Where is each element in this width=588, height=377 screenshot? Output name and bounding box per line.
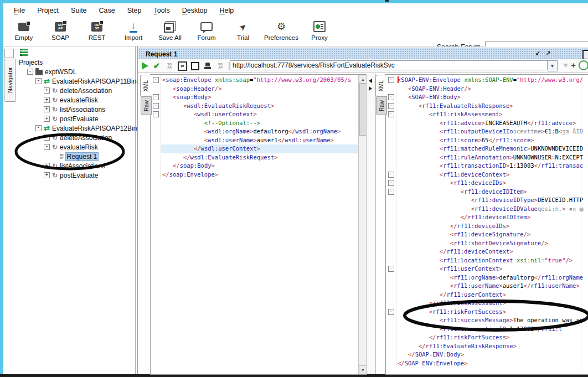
collapse-node-icon[interactable]: - bbox=[35, 78, 42, 84]
help-icon[interactable] bbox=[579, 60, 588, 70]
code-line[interactable]: <rf11:userName>auser1</rf11:userName> bbox=[396, 282, 588, 291]
code-line[interactable]: <rf11:score>65</rf11:score> bbox=[396, 136, 588, 145]
code-line[interactable]: <wsdl:userName>auser1</wsdl:userName> bbox=[161, 136, 359, 145]
code-line[interactable]: <soap:Body> bbox=[161, 93, 359, 102]
code-line[interactable]: <soap:Envelope xmlns:soap="http://www.w3… bbox=[161, 76, 359, 85]
collapse-node-icon[interactable]: - bbox=[44, 144, 50, 150]
code-line[interactable]: <rf11:transactionID>1:13003</rf11:transa… bbox=[396, 162, 588, 171]
cancel-request-icon[interactable] bbox=[191, 62, 199, 70]
add-to-mockservice-icon[interactable] bbox=[203, 61, 212, 70]
endpoint-url-input[interactable] bbox=[230, 60, 548, 70]
float-window-icon[interactable]: ↗ bbox=[544, 50, 552, 58]
soap-action-icon[interactable]: SO AP bbox=[165, 61, 174, 70]
unfloat-window-icon[interactable]: ↙ bbox=[534, 50, 541, 58]
toolbar-preferences-button[interactable]: ⚙Preferences bbox=[261, 18, 301, 41]
collapse-right-icon[interactable] bbox=[369, 86, 372, 91]
code-line[interactable]: </SOAP-ENV:Body> bbox=[396, 350, 588, 359]
tree-item-listassociations[interactable]: +↻listAssociations bbox=[16, 161, 135, 171]
code-line[interactable]: <rf11:deviceIDType>DEVICEID.HTTP bbox=[396, 196, 588, 205]
code-line[interactable]: </rf11:riskAssessment> bbox=[396, 299, 588, 308]
menu-tools[interactable]: Tools bbox=[147, 6, 176, 16]
fold-toggle-icon[interactable]: - bbox=[388, 111, 394, 117]
expand-node-icon[interactable]: + bbox=[44, 97, 50, 103]
tab-request-xml[interactable]: XML bbox=[140, 75, 152, 97]
tab-request-raw[interactable]: Raw bbox=[141, 96, 152, 115]
menu-project[interactable]: Project bbox=[31, 6, 65, 16]
fold-toggle-icon[interactable]: - bbox=[153, 111, 159, 117]
code-line[interactable]: <wsdl:userContext> bbox=[161, 110, 359, 119]
editor-splitter[interactable] bbox=[366, 74, 376, 374]
fold-toggle-icon[interactable]: - bbox=[153, 103, 159, 109]
collapse-left-icon[interactable] bbox=[369, 79, 372, 83]
toolbar-rest-button[interactable]: RE STREST bbox=[79, 18, 115, 41]
tab-response-raw[interactable]: Raw bbox=[376, 96, 387, 115]
code-line[interactable]: <rf11:advice>INCREASEAUTH</rf11:advice> bbox=[396, 119, 588, 128]
code-line[interactable]: <rf11:deviceContext> bbox=[396, 171, 588, 179]
menu-desktop[interactable]: Desktop bbox=[176, 6, 214, 16]
tree-item-deleteassociation[interactable]: +↻deleteAssociation bbox=[16, 133, 135, 142]
expand-node-icon[interactable]: + bbox=[44, 135, 50, 141]
tree-item-evaluaterisk[interactable]: +↻evaluateRisk bbox=[16, 95, 135, 105]
code-line[interactable]: </wsdl:EvaluateRiskRequest> bbox=[161, 153, 359, 162]
tree-item-deleteassociation[interactable]: +↻deleteAssociation bbox=[16, 86, 135, 95]
expand-node-icon[interactable]: + bbox=[44, 87, 50, 94]
soap-headers-icon[interactable]: SO AP bbox=[216, 61, 225, 70]
collapse-node-icon[interactable]: - bbox=[27, 69, 33, 75]
code-line[interactable]: <rf11:deviceIDItem> bbox=[396, 188, 588, 197]
tree-item-evaluaterisk[interactable]: -↻evaluateRisk bbox=[16, 142, 135, 152]
code-line[interactable]: <rf11:orgName>defaultorg</rf11:orgName bbox=[396, 273, 588, 282]
fold-toggle-icon[interactable]: - bbox=[153, 77, 159, 83]
code-line[interactable]: </rf11:EvaluateRiskResponse> bbox=[396, 342, 588, 351]
code-line[interactable]: <!--Optional:--> bbox=[161, 119, 359, 128]
tree-item-request-1[interactable]: SO APRequest 1 bbox=[16, 152, 135, 161]
fold-toggle-icon[interactable]: - bbox=[388, 189, 394, 195]
code-line[interactable]: </soap:Body> bbox=[161, 162, 359, 171]
recreate-request-icon[interactable]: ⇄ bbox=[178, 61, 187, 71]
fold-toggle-icon[interactable]: - bbox=[388, 180, 394, 186]
expand-node-icon[interactable]: + bbox=[44, 106, 50, 112]
code-line[interactable]: <SOAP-ENV:Envelope xmlns:SOAP-ENV="http:… bbox=[396, 76, 588, 85]
fold-toggle-icon[interactable]: - bbox=[153, 94, 159, 100]
toolbar-soap-button[interactable]: SO APSOAP bbox=[42, 18, 79, 41]
code-line[interactable]: <rf11:deviceIDs> bbox=[396, 179, 588, 188]
menu-step[interactable]: Step bbox=[121, 6, 148, 16]
toolbar-save-all-button[interactable]: Save All bbox=[152, 18, 188, 41]
code-line[interactable]: <rf11:outputDeviceIIoɔcexttme>€1:B<ʒm ÅI… bbox=[396, 127, 588, 136]
tree-item-evaluateriskapisoap11bindir[interactable]: -⇄EvaluateRiskAPISOAP11Bindir bbox=[16, 76, 135, 86]
menu-file[interactable]: File bbox=[8, 6, 31, 16]
code-line[interactable]: <rf11:ruleAnnotation>UNKNOWNUSER=N;EXCEP… bbox=[396, 153, 588, 162]
toolbar-trial-button[interactable]: ➤Trial bbox=[225, 18, 261, 41]
toolbar-proxy-button[interactable]: Proxy bbox=[301, 18, 338, 41]
tab-response-xml[interactable]: XML bbox=[375, 75, 387, 97]
code-line[interactable]: </rf11:deviceIDItem> bbox=[396, 213, 588, 222]
menu-suite[interactable]: Suite bbox=[65, 6, 93, 16]
code-line[interactable]: <rf11:riskFortSuccess> bbox=[396, 308, 588, 317]
fold-toggle-icon[interactable]: - bbox=[388, 103, 394, 109]
tree-item-postevaluate[interactable]: +↻postEvaluate bbox=[16, 171, 135, 180]
menu-help[interactable]: Help bbox=[214, 6, 240, 16]
partial-window-icon[interactable] bbox=[582, 50, 588, 60]
code-line[interactable]: </SOAP-ENV:Envelope> bbox=[396, 359, 588, 368]
expand-node-icon[interactable]: + bbox=[44, 163, 50, 169]
menu-case[interactable]: Case bbox=[93, 6, 121, 16]
tree-view-icon[interactable] bbox=[20, 49, 28, 56]
code-line[interactable]: </rf11:deviceIDs> bbox=[396, 222, 588, 231]
toolbar-empty-button[interactable]: Empty bbox=[6, 18, 42, 41]
toolbar-import-button[interactable]: ↓Import bbox=[115, 18, 152, 41]
submit-async-icon[interactable]: ✔ bbox=[152, 61, 161, 70]
request-window-titlebar[interactable]: Request 1 ↙↗ bbox=[138, 48, 588, 60]
fold-toggle-icon[interactable]: - bbox=[388, 172, 394, 178]
fold-toggle-icon[interactable]: - bbox=[388, 266, 394, 272]
panel-collapse-button[interactable] bbox=[4, 49, 14, 58]
code-line[interactable]: <rf11:riskAssessment> bbox=[396, 110, 588, 119]
code-line[interactable]: <soap:Header/> bbox=[161, 85, 359, 94]
code-line[interactable]: </rf11:userContext> bbox=[396, 291, 588, 299]
code-line[interactable]: <rf11:successMessage>The operation was s… bbox=[396, 316, 588, 325]
code-line[interactable]: </wsdl:userContext> bbox=[161, 144, 359, 153]
submit-request-icon[interactable] bbox=[142, 62, 148, 70]
code-line[interactable]: <rf11:matchedRuleMnemonic>UNKNOWNDEVICEI… bbox=[396, 144, 588, 153]
code-line[interactable]: <rf11:EvaluateRiskResponse> bbox=[396, 102, 588, 111]
code-line[interactable]: <rf11:deviceSignature/> bbox=[396, 230, 588, 239]
expand-node-icon[interactable]: + bbox=[44, 172, 50, 178]
code-line[interactable]: <SOAP-ENV:Body> bbox=[396, 93, 588, 102]
